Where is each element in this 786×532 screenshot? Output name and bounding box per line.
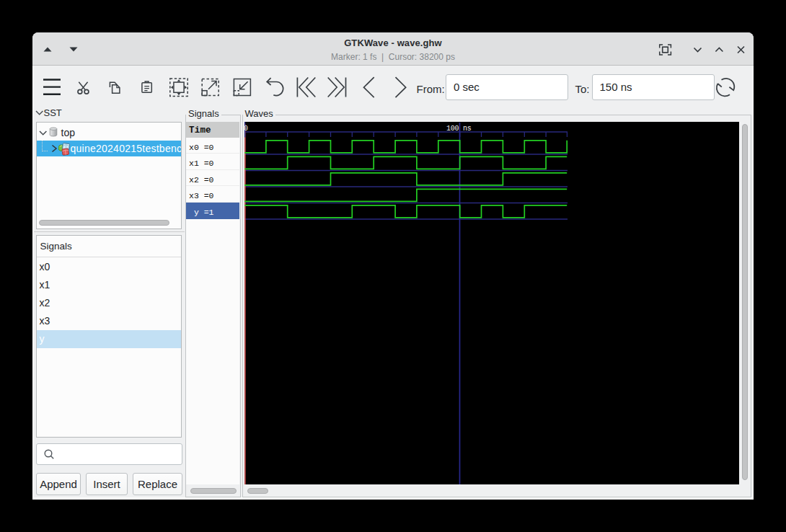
svg-text:0: 0: [244, 124, 248, 132]
svg-text:100 ns: 100 ns: [446, 124, 472, 132]
